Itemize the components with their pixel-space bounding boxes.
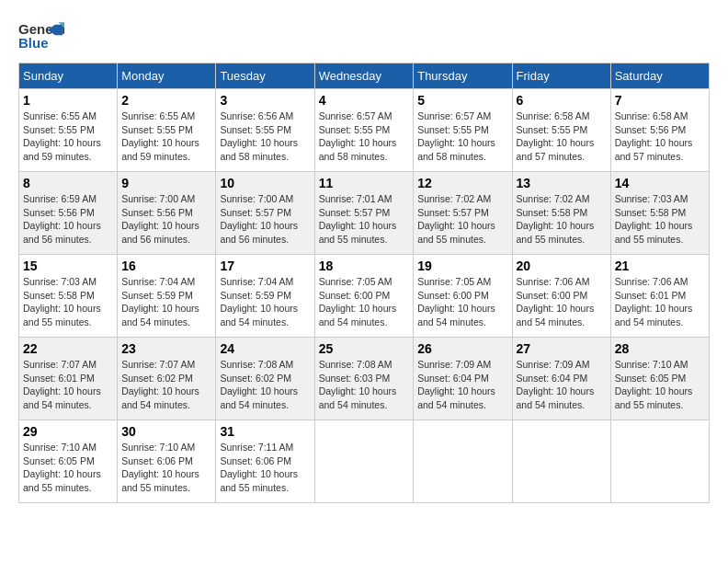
day-number: 30: [121, 424, 211, 439]
calendar-day-cell: 16Sunrise: 7:04 AM Sunset: 5:59 PM Dayli…: [118, 255, 216, 338]
day-number: 2: [121, 93, 211, 108]
empty-cell: [512, 420, 610, 503]
day-number: 24: [220, 341, 310, 356]
calendar-day-cell: 18Sunrise: 7:05 AM Sunset: 6:00 PM Dayli…: [314, 255, 414, 338]
calendar-day-cell: 20Sunrise: 7:06 AM Sunset: 6:00 PM Dayli…: [512, 255, 610, 338]
day-info: Sunrise: 6:57 AM Sunset: 5:55 PM Dayligh…: [319, 109, 410, 164]
day-number: 27: [517, 341, 607, 356]
day-info: Sunrise: 6:58 AM Sunset: 5:56 PM Dayligh…: [615, 109, 705, 164]
day-info: Sunrise: 7:07 AM Sunset: 6:02 PM Dayligh…: [121, 358, 211, 412]
day-info: Sunrise: 6:55 AM Sunset: 5:55 PM Dayligh…: [23, 109, 113, 164]
calendar-day-cell: 23Sunrise: 7:07 AM Sunset: 6:02 PM Dayli…: [118, 338, 216, 420]
weekday-header-sunday: Sunday: [19, 63, 118, 89]
day-number: 8: [23, 176, 113, 190]
weekday-header-tuesday: Tuesday: [216, 63, 314, 89]
calendar-day-cell: 7Sunrise: 6:58 AM Sunset: 5:56 PM Daylig…: [610, 89, 709, 172]
day-number: 9: [121, 176, 211, 190]
calendar-day-cell: 6Sunrise: 6:58 AM Sunset: 5:55 PM Daylig…: [512, 89, 610, 172]
empty-cell: [314, 420, 414, 503]
calendar-day-cell: 3Sunrise: 6:56 AM Sunset: 5:55 PM Daylig…: [216, 89, 314, 172]
day-info: Sunrise: 7:06 AM Sunset: 6:00 PM Dayligh…: [517, 275, 607, 329]
weekday-header-wednesday: Wednesday: [314, 63, 414, 89]
weekday-header-saturday: Saturday: [610, 63, 709, 89]
calendar-day-cell: 22Sunrise: 7:07 AM Sunset: 6:01 PM Dayli…: [19, 338, 118, 420]
day-info: Sunrise: 6:59 AM Sunset: 5:56 PM Dayligh…: [23, 192, 113, 247]
day-number: 19: [417, 259, 507, 273]
day-info: Sunrise: 7:11 AM Sunset: 6:06 PM Dayligh…: [220, 441, 310, 495]
day-number: 23: [121, 341, 211, 356]
day-info: Sunrise: 7:07 AM Sunset: 6:01 PM Dayligh…: [23, 358, 113, 412]
day-info: Sunrise: 7:03 AM Sunset: 5:58 PM Dayligh…: [23, 275, 113, 329]
logo-icon: General Blue: [18, 18, 64, 55]
day-number: 5: [417, 93, 507, 108]
svg-text:Blue: Blue: [18, 35, 49, 51]
calendar-day-cell: 2Sunrise: 6:55 AM Sunset: 5:55 PM Daylig…: [118, 89, 216, 172]
day-number: 31: [220, 424, 310, 439]
calendar-day-cell: 19Sunrise: 7:05 AM Sunset: 6:00 PM Dayli…: [414, 255, 512, 338]
day-info: Sunrise: 7:00 AM Sunset: 5:57 PM Dayligh…: [220, 192, 310, 247]
calendar-body: 1Sunrise: 6:55 AM Sunset: 5:55 PM Daylig…: [19, 89, 710, 503]
calendar-table: SundayMondayTuesdayWednesdayThursdayFrid…: [18, 63, 710, 503]
day-number: 12: [417, 176, 507, 190]
day-info: Sunrise: 6:57 AM Sunset: 5:55 PM Dayligh…: [417, 109, 507, 164]
empty-cell: [610, 420, 709, 503]
day-info: Sunrise: 7:05 AM Sunset: 6:00 PM Dayligh…: [417, 275, 507, 329]
day-number: 28: [615, 341, 705, 356]
calendar-day-cell: 29Sunrise: 7:10 AM Sunset: 6:05 PM Dayli…: [19, 420, 118, 503]
day-info: Sunrise: 7:01 AM Sunset: 5:57 PM Dayligh…: [319, 192, 410, 247]
calendar-day-cell: 13Sunrise: 7:02 AM Sunset: 5:58 PM Dayli…: [512, 172, 610, 255]
day-number: 7: [615, 93, 705, 108]
day-number: 6: [517, 93, 607, 108]
day-info: Sunrise: 7:08 AM Sunset: 6:03 PM Dayligh…: [319, 358, 410, 412]
calendar-week-row: 15Sunrise: 7:03 AM Sunset: 5:58 PM Dayli…: [19, 255, 710, 338]
logo: General Blue: [18, 18, 64, 55]
calendar-week-row: 29Sunrise: 7:10 AM Sunset: 6:05 PM Dayli…: [19, 420, 710, 503]
calendar-day-cell: 27Sunrise: 7:09 AM Sunset: 6:04 PM Dayli…: [512, 338, 610, 420]
calendar-week-row: 8Sunrise: 6:59 AM Sunset: 5:56 PM Daylig…: [19, 172, 710, 255]
calendar-day-cell: 21Sunrise: 7:06 AM Sunset: 6:01 PM Dayli…: [610, 255, 709, 338]
calendar-week-row: 1Sunrise: 6:55 AM Sunset: 5:55 PM Daylig…: [19, 89, 710, 172]
day-info: Sunrise: 7:08 AM Sunset: 6:02 PM Dayligh…: [220, 358, 310, 412]
weekday-header-thursday: Thursday: [414, 63, 512, 89]
day-info: Sunrise: 7:03 AM Sunset: 5:58 PM Dayligh…: [615, 192, 705, 247]
day-info: Sunrise: 7:10 AM Sunset: 6:05 PM Dayligh…: [615, 358, 705, 412]
day-number: 4: [319, 93, 410, 108]
calendar-header-row: SundayMondayTuesdayWednesdayThursdayFrid…: [19, 63, 710, 89]
calendar-day-cell: 31Sunrise: 7:11 AM Sunset: 6:06 PM Dayli…: [216, 420, 314, 503]
day-info: Sunrise: 7:00 AM Sunset: 5:56 PM Dayligh…: [121, 192, 211, 247]
day-info: Sunrise: 6:58 AM Sunset: 5:55 PM Dayligh…: [517, 109, 607, 164]
day-info: Sunrise: 7:04 AM Sunset: 5:59 PM Dayligh…: [220, 275, 310, 329]
day-info: Sunrise: 7:09 AM Sunset: 6:04 PM Dayligh…: [517, 358, 607, 412]
calendar-day-cell: 14Sunrise: 7:03 AM Sunset: 5:58 PM Dayli…: [610, 172, 709, 255]
day-number: 10: [220, 176, 310, 190]
day-number: 22: [23, 341, 113, 356]
page-header: General Blue: [18, 18, 710, 55]
calendar-day-cell: 30Sunrise: 7:10 AM Sunset: 6:06 PM Dayli…: [118, 420, 216, 503]
day-number: 21: [615, 259, 705, 273]
day-number: 13: [517, 176, 607, 190]
day-number: 14: [615, 176, 705, 190]
calendar-day-cell: 15Sunrise: 7:03 AM Sunset: 5:58 PM Dayli…: [19, 255, 118, 338]
day-number: 29: [23, 424, 113, 439]
day-info: Sunrise: 6:56 AM Sunset: 5:55 PM Dayligh…: [220, 109, 310, 164]
calendar-day-cell: 5Sunrise: 6:57 AM Sunset: 5:55 PM Daylig…: [414, 89, 512, 172]
day-info: Sunrise: 7:02 AM Sunset: 5:58 PM Dayligh…: [517, 192, 607, 247]
day-number: 15: [23, 259, 113, 273]
calendar-day-cell: 10Sunrise: 7:00 AM Sunset: 5:57 PM Dayli…: [216, 172, 314, 255]
day-info: Sunrise: 7:10 AM Sunset: 6:06 PM Dayligh…: [121, 441, 211, 495]
day-number: 16: [121, 259, 211, 273]
calendar-day-cell: 11Sunrise: 7:01 AM Sunset: 5:57 PM Dayli…: [314, 172, 414, 255]
day-number: 11: [319, 176, 410, 190]
day-number: 18: [319, 259, 410, 273]
calendar-day-cell: 17Sunrise: 7:04 AM Sunset: 5:59 PM Dayli…: [216, 255, 314, 338]
day-info: Sunrise: 7:02 AM Sunset: 5:57 PM Dayligh…: [417, 192, 507, 247]
day-number: 26: [417, 341, 507, 356]
day-number: 25: [319, 341, 410, 356]
calendar-day-cell: 28Sunrise: 7:10 AM Sunset: 6:05 PM Dayli…: [610, 338, 709, 420]
day-number: 20: [517, 259, 607, 273]
weekday-header-monday: Monday: [118, 63, 216, 89]
empty-cell: [414, 420, 512, 503]
day-number: 3: [220, 93, 310, 108]
calendar-day-cell: 8Sunrise: 6:59 AM Sunset: 5:56 PM Daylig…: [19, 172, 118, 255]
calendar-day-cell: 25Sunrise: 7:08 AM Sunset: 6:03 PM Dayli…: [314, 338, 414, 420]
